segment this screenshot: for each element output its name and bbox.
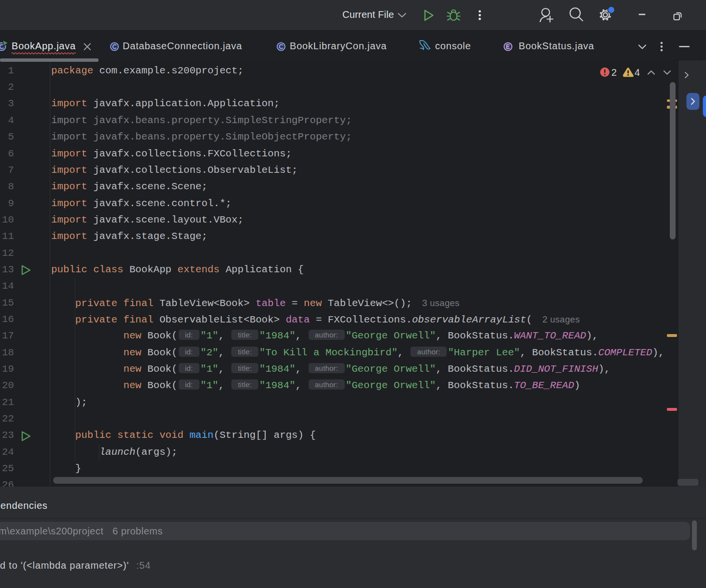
svg-text:4: 4: [635, 67, 640, 78]
svg-text:2: 2: [611, 67, 617, 78]
